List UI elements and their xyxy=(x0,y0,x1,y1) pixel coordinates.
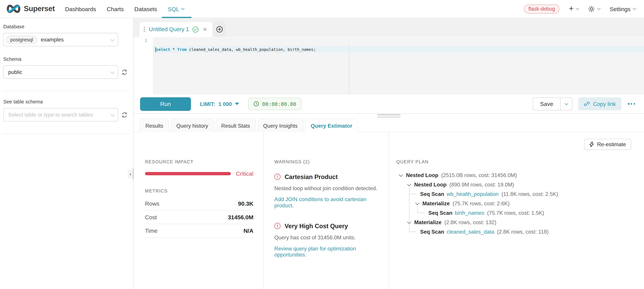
reestimate-label: Re-estimate xyxy=(597,141,626,148)
chevron-down-icon xyxy=(633,6,636,10)
editor-active-line: select * from cleaned_sales_data, wb_hea… xyxy=(153,46,644,52)
tab-query-estimator[interactable]: Query Estimator xyxy=(305,119,358,132)
plan-node-seq-scan-wb-health-population[interactable]: Seq Scanwb_health_population(11.8K rows,… xyxy=(396,189,636,199)
limit-dropdown[interactable]: LIMIT: 1 000 xyxy=(200,101,239,107)
chevron-down-icon[interactable] xyxy=(407,182,411,186)
theme-menu[interactable] xyxy=(588,5,600,12)
schema-select[interactable]: public xyxy=(3,65,118,79)
warning-title: Very High Cost Query xyxy=(284,223,348,229)
copy-link-button[interactable]: Copy link xyxy=(578,97,622,110)
plan-node-materialize[interactable]: Materialize(2.8K rows, cost: 132) xyxy=(396,218,636,227)
close-tab-icon[interactable]: ✕ xyxy=(203,26,207,32)
schema-value: public xyxy=(6,69,22,75)
editor-toolbar: Run LIMIT: 1 000 00:00:00.00 xyxy=(134,94,644,114)
brand-name: Superset xyxy=(24,4,55,13)
metric-value: 90.3K xyxy=(238,200,254,207)
more-actions-icon[interactable] xyxy=(627,102,636,106)
query-tab-active[interactable]: Untitled Query 1 ✕ xyxy=(139,22,212,37)
settings-menu[interactable]: Settings xyxy=(610,5,636,12)
exclamation-circle-icon: ! xyxy=(274,174,280,180)
plan-meta: (2.8K rows, cost: 132) xyxy=(444,219,496,226)
metric-value: N/A xyxy=(244,227,254,234)
warning-description: Nested loop without join condition detec… xyxy=(274,185,378,191)
database-select[interactable]: postgresql examples xyxy=(3,33,118,46)
sql-editor[interactable]: 1 select * from cleaned_sales_data, wb_h… xyxy=(134,37,644,94)
warning-header: !Very High Cost Query xyxy=(274,223,378,229)
impact-level-label: Critical xyxy=(236,170,254,177)
sidebar-collapse-button[interactable]: ‹ xyxy=(128,169,133,179)
chevron-down-icon xyxy=(110,70,114,74)
sql-keyword: from xyxy=(177,47,187,52)
plan-node-seq-scan-cleaned-sales-data[interactable]: Seq Scancleaned_sales_data(2.8K rows, co… xyxy=(396,227,636,237)
plan-operation: Seq Scan xyxy=(420,229,444,235)
plan-operation: Nested Loop xyxy=(406,172,438,178)
triangle-down-icon xyxy=(235,103,239,105)
new-query-tab-button[interactable] xyxy=(213,22,226,37)
active-nav-underline xyxy=(162,17,192,18)
exclamation-circle-icon: ! xyxy=(274,223,280,229)
tree-elbow-connector xyxy=(409,225,410,231)
nav-item-sql-label: SQL xyxy=(168,5,179,12)
nav-item-dashboards[interactable]: Dashboards xyxy=(65,0,96,18)
chevron-down-icon[interactable] xyxy=(399,173,403,176)
query-tab-title[interactable]: Untitled Query 1 xyxy=(149,26,189,32)
save-split-button: Save xyxy=(532,97,572,110)
run-button[interactable]: Run xyxy=(140,97,191,110)
sqllab-sidebar: Database postgresql examples Schema publ… xyxy=(0,18,134,289)
plan-meta: (11.8K rows, cost: 2.5K) xyxy=(502,191,558,197)
query-plan-title: QUERY PLAN xyxy=(396,159,636,164)
query-plan-tree-wrap: Nested Loop(2515.0B rows, cost: 31456.0M… xyxy=(396,170,636,237)
plan-table-link[interactable]: birth_names xyxy=(455,210,484,216)
tab-query-history[interactable]: Query history xyxy=(170,119,214,132)
tree-tee-connector xyxy=(410,194,416,194)
metrics-title: METRICS xyxy=(145,188,254,193)
table-select[interactable]: Select table or type to search tables xyxy=(3,108,118,121)
plan-node-nested-loop[interactable]: Nested Loop(2515.0B rows, cost: 31456.0M… xyxy=(396,170,636,180)
tree-elbow-connector xyxy=(417,206,418,213)
resource-impact-title: RESOURCE IMPACT xyxy=(145,159,254,164)
plan-operation: Seq Scan xyxy=(428,210,452,216)
new-item-menu[interactable]: + xyxy=(569,5,579,12)
chevron-down-icon xyxy=(110,37,114,41)
tab-results[interactable]: Results xyxy=(140,119,169,132)
metric-label: Time xyxy=(145,227,158,234)
nav-item-sql[interactable]: SQL xyxy=(168,0,184,18)
tab-query-insights[interactable]: Query Insights xyxy=(258,119,304,132)
metric-row-rows: Rows90.3K xyxy=(145,197,254,211)
nav-item-datasets[interactable]: Datasets xyxy=(134,0,157,18)
plan-node-seq-scan-birth-names[interactable]: Seq Scanbirth_names(75.7K rows, cost: 1.… xyxy=(396,208,636,218)
warning-action-link[interactable]: Add JOIN conditions to avoid cartesian p… xyxy=(274,196,378,209)
warning-action-link[interactable]: Review query plan for optimization oppor… xyxy=(274,246,378,258)
metric-value: 31456.0M xyxy=(228,214,254,221)
nav-item-charts[interactable]: Charts xyxy=(107,0,124,18)
superset-logo-icon xyxy=(6,4,22,13)
navbar: Superset DashboardsChartsDatasets SQL fl… xyxy=(0,0,644,18)
plan-table-link[interactable]: wb_health_population xyxy=(447,191,498,197)
result-tabs: ResultsQuery historyResult StatsQuery In… xyxy=(134,118,644,132)
tab-result-stats[interactable]: Result Stats xyxy=(216,119,256,132)
plan-meta: (890.9M rows, cost: 19.0M) xyxy=(450,181,514,188)
chevron-down-icon[interactable] xyxy=(416,201,419,205)
plan-node-nested-loop[interactable]: Nested Loop(890.9M rows, cost: 19.0M) xyxy=(396,180,636,189)
save-options-caret[interactable] xyxy=(560,98,572,110)
refresh-schemas-button[interactable] xyxy=(121,69,128,75)
plan-node-materialize[interactable]: Materialize(75.7K rows, cost: 2.6K) xyxy=(396,199,636,208)
pane-splitter-handle[interactable] xyxy=(134,114,644,118)
warning-cartesian-product: !Cartesian ProductNested loop without jo… xyxy=(274,173,378,209)
timer-value: 00:00:00.00 xyxy=(262,101,296,107)
metric-row-cost: Cost31456.0M xyxy=(145,211,254,224)
sidebar-resize-handle[interactable] xyxy=(132,168,134,179)
tab-menu-dots-icon[interactable] xyxy=(143,26,146,33)
plan-meta: (75.7K rows, cost: 2.6K) xyxy=(452,200,510,207)
editor-code[interactable]: select * from cleaned_sales_data, wb_hea… xyxy=(153,37,644,94)
superset-logo[interactable]: Superset xyxy=(6,4,55,13)
sidebar-divider xyxy=(3,91,130,91)
metric-label: Cost xyxy=(145,214,157,221)
plan-table-link[interactable]: cleaned_sales_data xyxy=(447,229,494,235)
save-button[interactable]: Save xyxy=(533,98,560,110)
sqllab-main: Untitled Query 1 ✕ 1 xyxy=(134,18,644,289)
warning-title: Cartesian Product xyxy=(284,173,338,180)
refresh-tables-button[interactable] xyxy=(121,111,128,118)
reestimate-button[interactable]: Re-estimate xyxy=(584,139,631,150)
tree-guide-line xyxy=(409,188,410,223)
